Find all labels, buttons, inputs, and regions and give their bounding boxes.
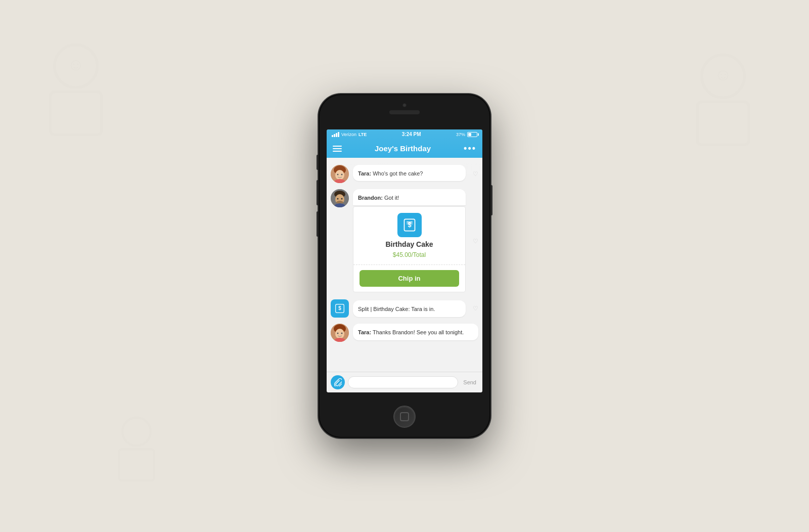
svg-rect-2: [50, 92, 102, 135]
svg-point-12: [341, 174, 343, 175]
message-bubble-tara-1: Tara: Who's got the cake?: [353, 165, 466, 181]
status-bar: Verizon LTE 3:24 PM 37%: [327, 129, 482, 139]
svg-point-31: [341, 333, 343, 334]
receipt-title: Birthday Cake: [385, 240, 433, 248]
split-icon: $: [331, 299, 349, 318]
home-button[interactable]: [393, 406, 416, 428]
message-bubble-tara-2: Tara: Thanks Brandon! See you all tonigh…: [353, 324, 478, 340]
nav-title: Joey's Birthday: [375, 144, 431, 153]
message-bubble-brandon: Brandon: Got it!: [353, 189, 466, 205]
message-tara-2: Tara: Thanks Brandon! See you all tonigh…: [327, 321, 482, 345]
network-type-label: LTE: [358, 132, 367, 137]
message-input[interactable]: [348, 376, 458, 388]
chip-in-button[interactable]: Chip in: [359, 270, 459, 287]
menu-button[interactable]: [333, 146, 342, 152]
receipt-bottom: Chip in: [353, 265, 465, 292]
receipt-price: $45.00/Total: [393, 251, 426, 258]
avatar-tara-2: [331, 324, 349, 342]
chat-area[interactable]: Tara: Who's got the cake? ♡: [327, 158, 482, 372]
hamburger-line-3: [333, 151, 342, 152]
hamburger-line-1: [333, 146, 342, 147]
signal-bar-3: [336, 133, 337, 137]
volume-up-button: [317, 180, 319, 205]
avatar-brandon: [331, 189, 349, 207]
home-button-inner: [400, 412, 409, 421]
heart-icon-3[interactable]: ♡: [473, 305, 478, 312]
svg-text:☺: ☺: [67, 55, 85, 74]
split-message-bubble: Split | Birthday Cake: Tara is in.: [353, 300, 466, 317]
signal-bar-2: [334, 134, 335, 137]
signal-bar-1: [332, 135, 333, 137]
svg-point-29: [335, 329, 344, 339]
attach-button[interactable]: [331, 375, 345, 389]
svg-point-3: [702, 55, 745, 98]
battery-percent: 37%: [456, 132, 465, 137]
battery-fill: [468, 133, 471, 136]
status-left: Verizon LTE: [332, 132, 367, 137]
send-button[interactable]: Send: [461, 379, 478, 385]
volume-down-button: [317, 211, 319, 237]
receipt-icon: $: [397, 213, 422, 237]
svg-rect-5: [697, 102, 749, 145]
split-dollar-icon: $: [335, 303, 345, 314]
receipt-top: $ Birthday Cake $45.00/Total: [353, 207, 465, 264]
heart-icon-1[interactable]: ♡: [473, 170, 478, 178]
svg-point-30: [337, 333, 339, 334]
hamburger-line-2: [333, 148, 342, 149]
power-button: [490, 185, 492, 215]
battery-icon: [467, 132, 477, 137]
svg-point-0: [55, 45, 98, 87]
status-time: 3:24 PM: [402, 131, 421, 137]
svg-text:☺: ☺: [714, 65, 732, 84]
message-tara-1: Tara: Who's got the cake? ♡: [327, 162, 482, 186]
split-notification: $ Split | Birthday Cake: Tara is in. ♡: [327, 296, 482, 321]
brandon-message-container: Brandon: Got it! $: [353, 189, 466, 293]
phone-screen: Verizon LTE 3:24 PM 37% Joey's Birthday …: [327, 129, 482, 392]
more-options-button[interactable]: •••: [464, 143, 476, 154]
input-bar: Send: [327, 372, 482, 392]
svg-point-6: [122, 418, 150, 446]
dollar-receipt-icon: $: [402, 218, 417, 232]
message-text-tara-2: Tara: Thanks Brandon! See you all tonigh…: [358, 329, 464, 335]
nav-bar: Joey's Birthday •••: [327, 139, 482, 158]
signal-bars: [332, 132, 339, 137]
svg-point-18: [341, 198, 343, 200]
message-text-tara-1: Tara: Who's got the cake?: [358, 170, 423, 176]
svg-text:$: $: [338, 306, 341, 312]
receipt-card: $ Birthday Cake $45.00/Total Chip in: [353, 206, 466, 292]
split-message-text: Split | Birthday Cake: Tara is in.: [358, 306, 435, 312]
phone-top: [389, 103, 420, 114]
paperclip-icon: [334, 378, 342, 386]
signal-bar-4: [338, 132, 339, 137]
svg-point-10: [335, 170, 344, 180]
svg-point-11: [337, 174, 339, 175]
heart-icon-2[interactable]: ♡: [473, 238, 478, 245]
message-brandon: Brandon: Got it! $: [327, 186, 482, 296]
avatar-tara: [331, 165, 349, 183]
speaker: [389, 110, 420, 114]
phone-device: Verizon LTE 3:24 PM 37% Joey's Birthday …: [319, 94, 490, 438]
carrier-label: Verizon: [341, 132, 356, 137]
svg-rect-7: [119, 449, 154, 480]
status-right: 37%: [456, 132, 477, 137]
svg-point-17: [337, 198, 339, 200]
message-text-brandon: Brandon: Got it!: [358, 195, 399, 201]
front-camera: [402, 103, 407, 107]
